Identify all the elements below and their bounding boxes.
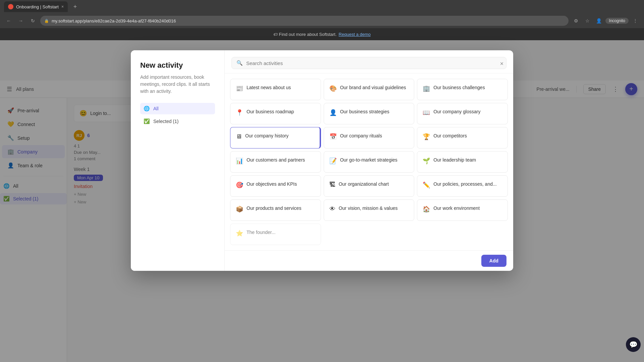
activity-label: Our go-to-market strategies xyxy=(340,157,397,164)
activity-org-chart[interactable]: 🏗 Our organizational chart xyxy=(324,175,415,197)
modal-filter-section: 🌐 All ✅ Selected (1) xyxy=(140,103,215,127)
gtm-icon: 📝 xyxy=(329,157,337,165)
activity-business-roadmap[interactable]: 📍 Our business roadmap xyxy=(230,103,321,124)
leadership-icon: 🌱 xyxy=(423,157,430,165)
brand-icon: 🎨 xyxy=(329,85,337,92)
chat-widget-button[interactable]: 💬 xyxy=(626,337,641,352)
activity-label: Our business roadmap xyxy=(247,109,294,115)
browser-toolbar: ← → ↻ 🔒 my.softstart.app/plans/e82cae2a-… xyxy=(0,13,644,28)
activity-company-glossary[interactable]: 📖 Our company glossary xyxy=(417,103,508,124)
activity-label: Our business strategies xyxy=(340,109,389,115)
modal-right-panel: 🔍 × 📰 Latest news about us 🎨 Our brand a… xyxy=(225,50,513,271)
activity-label: Our business challenges xyxy=(433,84,485,91)
add-activity-button[interactable]: Add xyxy=(481,255,506,267)
objectives-icon: 🎯 xyxy=(236,181,243,189)
activity-leadership-team[interactable]: 🌱 Our leadership team xyxy=(417,151,508,173)
new-activity-modal: New activity Add important resources, bo… xyxy=(131,50,513,271)
activity-label: Our policies, processes, and... xyxy=(433,181,496,188)
filter-selected-label: Selected (1) xyxy=(153,119,178,124)
activity-label: Our company glossary xyxy=(433,109,480,115)
activity-company-history[interactable]: 🖥 Our company history xyxy=(230,127,321,148)
activity-label: Our customers and partners xyxy=(247,157,305,164)
filter-all-label: All xyxy=(153,106,159,111)
modal-title: New activity xyxy=(140,61,215,70)
activity-go-to-market[interactable]: 📝 Our go-to-market strategies xyxy=(324,151,415,173)
bookmark-icon[interactable]: ☆ xyxy=(583,16,592,25)
notif-link[interactable]: Request a demo xyxy=(339,32,371,37)
activity-vision-mission[interactable]: 👁 Our vision, mission & values xyxy=(324,199,415,221)
vision-icon: 👁 xyxy=(329,205,335,213)
tab-favicon xyxy=(8,4,13,9)
competitors-icon: 🏆 xyxy=(423,133,430,140)
activity-products-services[interactable]: 📦 Our products and services xyxy=(230,199,321,221)
search-input[interactable] xyxy=(246,60,501,66)
products-icon: 📦 xyxy=(236,205,243,213)
glossary-icon: 📖 xyxy=(423,109,430,116)
refresh-button[interactable]: ↻ xyxy=(28,16,38,25)
activity-label: Our objectives and KPIs xyxy=(247,181,297,188)
roadmap-icon: 📍 xyxy=(236,109,243,116)
activity-label: Our company history xyxy=(245,133,288,139)
back-button[interactable]: ← xyxy=(4,16,13,25)
browser-tab[interactable]: Onboarding | Softstart × xyxy=(4,1,68,12)
forward-button[interactable]: → xyxy=(16,16,25,25)
tab-title: Onboarding | Softstart xyxy=(16,4,59,9)
activity-policies[interactable]: ✏️ Our policies, processes, and... xyxy=(417,175,508,197)
lock-icon: 🔒 xyxy=(44,19,49,23)
activity-competitors[interactable]: 🏆 Our competitors xyxy=(417,127,508,148)
activity-work-environment[interactable]: 🏠 Our work environment xyxy=(417,199,508,221)
strategies-icon: 👤 xyxy=(329,109,337,116)
incognito-label: Incognito xyxy=(609,18,625,23)
activity-label: The founder... xyxy=(247,229,275,236)
activity-label: Our organizational chart xyxy=(339,181,389,188)
news-icon: 📰 xyxy=(236,85,243,92)
activity-brand-guidelines[interactable]: 🎨 Our brand and visual guidelines xyxy=(324,79,415,100)
new-tab-button[interactable]: + xyxy=(70,2,80,11)
activity-label: Our work environment xyxy=(433,205,480,212)
history-icon: 🖥 xyxy=(236,133,242,140)
globe-icon: 🌐 xyxy=(144,106,150,112)
policies-icon: ✏️ xyxy=(423,181,430,189)
founder-icon: ⭐ xyxy=(236,230,243,237)
modal-footer: Add xyxy=(225,250,513,271)
search-wrapper[interactable]: 🔍 xyxy=(231,57,506,69)
activity-customers-partners[interactable]: 📊 Our customers and partners xyxy=(230,151,321,173)
activity-label: Our vision, mission & values xyxy=(339,205,398,212)
activity-label: Latest news about us xyxy=(247,84,291,91)
activity-label: Our products and services xyxy=(247,205,301,212)
incognito-button[interactable]: Incognito xyxy=(605,18,629,24)
notification-bar: 🏷 Find out more about Softstart. Request… xyxy=(0,28,644,40)
activity-founder[interactable]: ⭐ The founder... xyxy=(230,224,321,245)
modal-description: Add important resources, book meetings, … xyxy=(140,74,215,95)
address-bar[interactable]: 🔒 my.softstart.app/plans/e82cae2a-2d39-4… xyxy=(40,16,569,26)
menu-icon[interactable]: ⋮ xyxy=(631,16,640,25)
extensions-icon[interactable]: ⚙ xyxy=(571,16,581,25)
activity-business-strategies[interactable]: 👤 Our business strategies xyxy=(324,103,415,124)
browser-titlebar: Onboarding | Softstart × + xyxy=(0,0,644,13)
modal-left-panel: New activity Add important resources, bo… xyxy=(131,50,225,271)
work-env-icon: 🏠 xyxy=(423,205,430,213)
check-selected-icon: ✅ xyxy=(144,118,150,124)
activity-objectives-kpis[interactable]: 🎯 Our objectives and KPIs xyxy=(230,175,321,197)
org-chart-icon: 🏗 xyxy=(329,181,335,188)
activity-company-rituals[interactable]: 📅 Our company rituals xyxy=(324,127,415,148)
notif-text: 🏷 Find out more about Softstart. xyxy=(273,32,337,37)
activity-latest-news[interactable]: 📰 Latest news about us xyxy=(230,79,321,100)
activity-business-challenges[interactable]: 🏢 Our business challenges xyxy=(417,79,508,100)
activity-label: Our competitors xyxy=(433,133,467,139)
modal-filter-selected[interactable]: ✅ Selected (1) xyxy=(140,116,215,127)
activity-label: Our company rituals xyxy=(340,133,382,139)
activity-label: Our leadership team xyxy=(433,157,476,164)
search-icon: 🔍 xyxy=(236,60,243,66)
rituals-icon: 📅 xyxy=(329,133,337,140)
activities-grid: 📰 Latest news about us 🎨 Our brand and v… xyxy=(225,73,513,250)
modal-search-area: 🔍 × xyxy=(225,50,513,73)
modal-close-button[interactable]: × xyxy=(497,59,506,68)
profile-icon[interactable]: 👤 xyxy=(594,16,603,25)
modal-overlay[interactable]: New activity Add important resources, bo… xyxy=(0,40,644,362)
toolbar-actions: ⚙ ☆ 👤 Incognito ⋮ xyxy=(571,16,640,25)
customers-icon: 📊 xyxy=(236,157,243,165)
activity-label: Our brand and visual guidelines xyxy=(340,84,406,91)
tab-close-button[interactable]: × xyxy=(61,4,64,9)
modal-filter-all[interactable]: 🌐 All xyxy=(140,103,215,114)
